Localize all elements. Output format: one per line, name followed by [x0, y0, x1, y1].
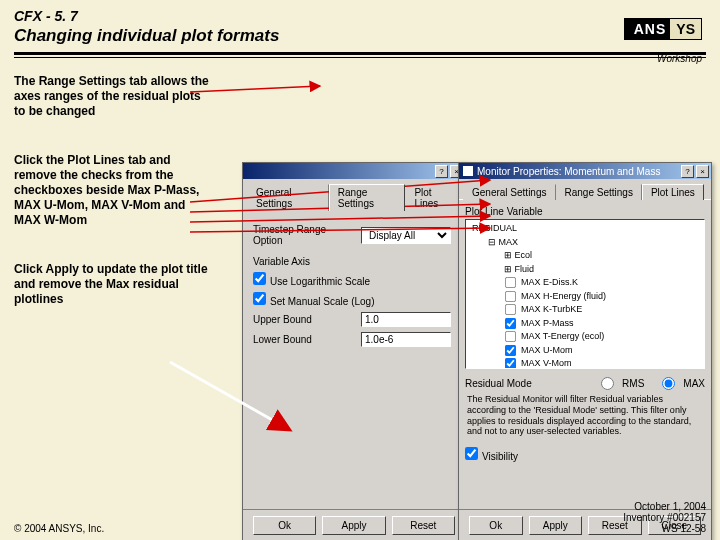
instruction-3: Click Apply to update the plot title and…	[14, 262, 214, 307]
plot-line-tree[interactable]: RESIDUAL ⊟ MAX ⊞ Ecol ⊞ Fluid MAX E-Diss…	[465, 219, 705, 369]
content-area: The Range Settings tab allows the axes r…	[0, 62, 720, 494]
instruction-2: Click the Plot Lines tab and remove the …	[14, 153, 214, 228]
plot-lines-panel: Plot Line Variable RESIDUAL ⊟ MAX ⊞ Ecol…	[459, 200, 711, 473]
tree-item[interactable]: MAX E-Diss.K	[470, 276, 700, 290]
tab-range-settings[interactable]: Range Settings	[556, 184, 642, 200]
residual-mode-label: Residual Mode	[465, 378, 532, 389]
monitor-icon	[463, 166, 473, 176]
tab-range-settings[interactable]: Range Settings	[329, 184, 406, 211]
dialog-tabs: General Settings Range Settings Plot Lin…	[459, 179, 711, 200]
tree-checkbox[interactable]	[505, 345, 516, 356]
copyright: © 2004 ANSYS, Inc.	[14, 523, 104, 534]
instruction-1: The Range Settings tab allows the axes r…	[14, 74, 214, 119]
tree-node[interactable]: ⊞ Ecol	[470, 249, 700, 263]
dialog-tabs: General Settings Range Settings Plot Lin…	[243, 179, 465, 211]
tree-item-pmass[interactable]: MAX P-Mass	[470, 317, 700, 331]
lower-bound-input[interactable]	[361, 332, 451, 347]
help-icon[interactable]: ?	[681, 165, 694, 178]
tree-checkbox[interactable]	[505, 358, 516, 369]
tree-item[interactable]: MAX H-Energy (fluid)	[470, 290, 700, 304]
tree-checkbox[interactable]	[505, 331, 516, 342]
tab-general-settings[interactable]: General Settings	[463, 184, 556, 200]
range-option-label: Timestep Range Option	[253, 224, 353, 246]
tree-checkbox[interactable]	[505, 291, 516, 302]
tab-plot-lines[interactable]: Plot Lines	[642, 184, 704, 200]
footer-page: WS 12-58	[623, 523, 706, 534]
tree-node[interactable]: ⊞ Fluid	[470, 263, 700, 277]
variable-axis-label: Variable Axis	[253, 256, 353, 267]
visibility-checkbox[interactable]: Visibility	[465, 447, 518, 462]
tree-root[interactable]: RESIDUAL	[470, 222, 700, 236]
page-title: Changing individual plot formats	[14, 26, 706, 46]
tree-item-umom[interactable]: MAX U-Mom	[470, 344, 700, 358]
tree-checkbox[interactable]	[505, 277, 516, 288]
title-rule	[14, 52, 706, 58]
ansys-logo: ANS YS	[624, 18, 702, 40]
upper-bound-label: Upper Bound	[253, 314, 353, 325]
rms-radio[interactable]	[601, 377, 614, 390]
manual-scale-checkbox[interactable]: Set Manual Scale (Log)	[253, 292, 375, 307]
range-option-select[interactable]: Display All	[361, 227, 451, 244]
plot-lines-dialog: Monitor Properties: Momentum and Mass ? …	[458, 162, 712, 540]
tree-item-vmom[interactable]: MAX V-Mom	[470, 357, 700, 369]
footer: © 2004 ANSYS, Inc. October 1, 2004 Inven…	[0, 497, 720, 540]
tree-item[interactable]: MAX K-TurbKE	[470, 303, 700, 317]
tab-general-settings[interactable]: General Settings	[247, 184, 329, 211]
dialog-title: Monitor Properties: Momentum and Mass	[477, 166, 660, 177]
upper-bound-input[interactable]	[361, 312, 451, 327]
footer-inventory: Inventory #002157	[623, 512, 706, 523]
range-settings-dialog: ? × General Settings Range Settings Plot…	[242, 162, 466, 540]
footer-date: October 1, 2004	[623, 501, 706, 512]
close-icon[interactable]: ×	[696, 165, 709, 178]
max-radio[interactable]	[662, 377, 675, 390]
tree-checkbox[interactable]	[505, 318, 516, 329]
range-settings-panel: Timestep Range Option Display All Variab…	[243, 211, 465, 360]
residual-mode-note: The Residual Monitor will filter Residua…	[465, 390, 705, 441]
tree-label: Plot Line Variable	[465, 206, 705, 217]
product-version: CFX - 5. 7	[14, 8, 706, 24]
tree-checkbox[interactable]	[505, 304, 516, 315]
tree-item[interactable]: MAX T-Energy (ecol)	[470, 330, 700, 344]
header: CFX - 5. 7 Changing individual plot form…	[0, 0, 720, 62]
dialog-titlebar: ? ×	[243, 163, 465, 179]
help-icon[interactable]: ?	[435, 165, 448, 178]
log-scale-checkbox[interactable]: Use Logarithmic Scale	[253, 272, 370, 287]
lower-bound-label: Lower Bound	[253, 334, 353, 345]
instructions: The Range Settings tab allows the axes r…	[14, 74, 214, 307]
tree-node-max[interactable]: ⊟ MAX	[470, 236, 700, 250]
tab-plot-lines[interactable]: Plot Lines	[405, 184, 461, 211]
dialog-titlebar: Monitor Properties: Momentum and Mass ? …	[459, 163, 711, 179]
